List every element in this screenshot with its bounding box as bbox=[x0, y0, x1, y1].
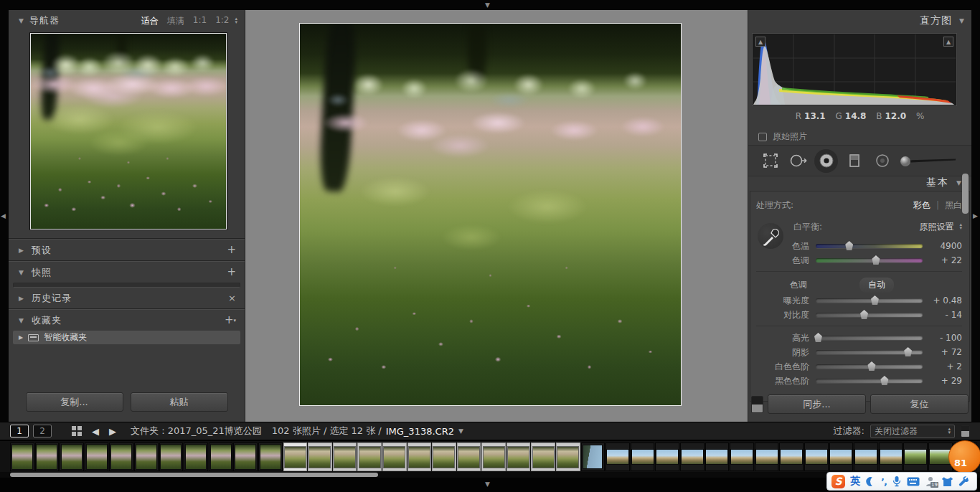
sync-mode-toggle[interactable] bbox=[751, 396, 763, 413]
paste-button[interactable]: 粘贴 bbox=[131, 392, 228, 412]
red-eye-tool-icon[interactable] bbox=[814, 149, 838, 173]
filmstrip-thumb[interactable] bbox=[705, 443, 730, 471]
filmstrip-thumb[interactable] bbox=[730, 443, 754, 471]
filmstrip-thumb[interactable] bbox=[507, 443, 531, 471]
navigator-preview[interactable] bbox=[30, 33, 227, 230]
treatment-color-option[interactable]: 彩色 bbox=[913, 199, 930, 212]
collapse-bottom-icon[interactable]: ▼ bbox=[485, 481, 490, 488]
navigator-zoom-option[interactable]: 1:2 bbox=[215, 15, 229, 27]
navigator-disclosure-icon[interactable]: ▼ bbox=[19, 17, 24, 24]
filmstrip-thumb[interactable] bbox=[481, 443, 506, 471]
navigator-zoom-option[interactable]: 适合 bbox=[141, 15, 159, 27]
filmstrip-thumb[interactable] bbox=[357, 443, 382, 471]
filmstrip-thumb[interactable] bbox=[779, 443, 804, 471]
treatment-bw-option[interactable]: 黑白 bbox=[945, 199, 962, 212]
slider-thumb[interactable] bbox=[880, 376, 889, 385]
filmstrip-thumb[interactable] bbox=[85, 443, 109, 471]
collections-disclosure-icon[interactable]: ▼ bbox=[19, 317, 25, 324]
filmstrip-thumb[interactable] bbox=[829, 443, 854, 471]
top-panel-collapse-strip[interactable] bbox=[0, 0, 980, 10]
section-snapshots[interactable]: ▼ 快照 + bbox=[9, 262, 245, 283]
reset-button[interactable]: 复位 bbox=[870, 394, 969, 414]
slider-thumb[interactable] bbox=[814, 333, 823, 342]
copy-button[interactable]: 复制... bbox=[26, 392, 123, 412]
adjustment-brush-tool-icon[interactable] bbox=[898, 149, 960, 173]
auto-tone-button[interactable]: 自动 bbox=[859, 278, 894, 293]
filmstrip-thumb[interactable] bbox=[308, 443, 332, 471]
presets-add-icon[interactable]: + bbox=[227, 245, 236, 255]
filmstrip-thumb[interactable] bbox=[209, 443, 233, 471]
section-collections[interactable]: ▼ 收藏夹 +▾ bbox=[9, 310, 245, 331]
slider-thumb[interactable] bbox=[871, 255, 880, 265]
chinese-english-toggle-icon[interactable]: 英 bbox=[850, 475, 860, 488]
shadow-clipping-icon[interactable]: ▲ bbox=[755, 37, 765, 47]
sync-button[interactable]: 同步... bbox=[768, 394, 866, 414]
filmstrip-thumb[interactable] bbox=[606, 443, 630, 471]
filmstrip-thumb[interactable] bbox=[109, 443, 133, 471]
graduated-filter-tool-icon[interactable] bbox=[842, 149, 866, 173]
filmstrip-thumb[interactable] bbox=[755, 443, 779, 471]
notification-badge[interactable]: 81 bbox=[948, 440, 980, 473]
histogram-disclosure-icon[interactable]: ▼ bbox=[959, 17, 964, 24]
grid-view-icon[interactable] bbox=[72, 426, 82, 436]
settings-wrench-icon[interactable] bbox=[958, 476, 969, 487]
smart-collection-row[interactable]: ▶ 智能收藏夹 bbox=[13, 331, 240, 344]
collapse-right-icon[interactable]: ▶ bbox=[973, 212, 978, 219]
filmstrip-thumb[interactable] bbox=[60, 443, 84, 471]
previous-photo-icon[interactable]: ◀ bbox=[92, 426, 99, 437]
presets-disclosure-icon[interactable]: ▶ bbox=[19, 247, 25, 254]
filmstrip-thumb[interactable] bbox=[879, 443, 903, 471]
filename-caret-icon[interactable]: ▼ bbox=[458, 427, 463, 435]
filmstrip-thumb[interactable] bbox=[258, 443, 283, 471]
white-balance-eyedropper[interactable] bbox=[758, 223, 783, 249]
basic-disclosure-icon[interactable]: ▼ bbox=[956, 179, 961, 186]
radial-filter-tool-icon[interactable] bbox=[870, 149, 894, 173]
smart-collection-disclosure-icon[interactable]: ▶ bbox=[19, 334, 23, 341]
right-panel-collapse-strip[interactable]: ▶ bbox=[971, 10, 980, 422]
history-clear-icon[interactable]: × bbox=[228, 293, 236, 303]
folder-breadcrumb[interactable]: 文件夹 : 2017_05_21博览公园 bbox=[131, 425, 262, 437]
skin-shirt-icon[interactable] bbox=[941, 476, 953, 487]
slider-track[interactable] bbox=[816, 364, 923, 369]
next-photo-icon[interactable]: ▶ bbox=[109, 426, 116, 437]
slider-thumb[interactable] bbox=[867, 361, 876, 371]
main-photo[interactable] bbox=[299, 23, 682, 406]
spot-removal-tool-icon[interactable] bbox=[786, 149, 810, 173]
navigator-zoom-option[interactable]: 1:1 bbox=[193, 15, 207, 27]
filmstrip-scrollbar-thumb[interactable] bbox=[10, 473, 378, 477]
zoom-stepper-icon[interactable]: ▴▾ bbox=[235, 17, 237, 24]
filter-toggle[interactable] bbox=[961, 425, 970, 437]
filmstrip-thumb[interactable] bbox=[804, 443, 829, 471]
original-photo-row[interactable]: 原始照片 bbox=[758, 131, 807, 143]
snapshots-disclosure-icon[interactable]: ▼ bbox=[19, 269, 25, 276]
filmstrip-thumb[interactable] bbox=[531, 443, 555, 471]
right-panel-scrollbar[interactable] bbox=[962, 174, 969, 214]
crop-tool-icon[interactable] bbox=[758, 149, 782, 173]
filmstrip-thumb[interactable] bbox=[556, 443, 580, 471]
filmstrip-thumb[interactable] bbox=[10, 443, 34, 471]
microphone-icon[interactable] bbox=[892, 476, 902, 487]
slider-thumb[interactable] bbox=[859, 310, 869, 319]
white-balance-preset[interactable]: 原照设置 ▴▾ bbox=[919, 221, 962, 233]
slider-track[interactable] bbox=[816, 379, 923, 383]
left-panel-collapse-strip[interactable]: ◀ bbox=[0, 10, 9, 422]
basic-panel-header[interactable]: 基本 ▼ bbox=[926, 176, 961, 189]
collections-add-icon[interactable]: +▾ bbox=[225, 315, 236, 326]
filmstrip-thumb[interactable] bbox=[680, 443, 705, 471]
filmstrip-thumb[interactable] bbox=[233, 443, 258, 471]
filmstrip-thumb[interactable] bbox=[283, 443, 308, 471]
current-filename[interactable]: IMG_3138.CR2 bbox=[386, 426, 454, 437]
white-balance-stepper-icon[interactable]: ▴▾ bbox=[959, 223, 962, 230]
filmstrip-thumb[interactable] bbox=[457, 443, 481, 471]
filmstrip-thumb[interactable] bbox=[407, 443, 432, 471]
filmstrip-thumb[interactable] bbox=[35, 443, 60, 471]
original-photo-checkbox[interactable] bbox=[758, 133, 767, 141]
filmstrip-thumb[interactable] bbox=[159, 443, 184, 471]
filmstrip-thumb[interactable] bbox=[134, 443, 159, 471]
filmstrip-thumb[interactable] bbox=[854, 443, 878, 471]
filmstrip[interactable] bbox=[0, 441, 980, 472]
filmstrip-thumb[interactable] bbox=[184, 443, 208, 471]
fullwidth-moon-icon[interactable] bbox=[865, 476, 876, 487]
filmstrip-thumb[interactable] bbox=[432, 443, 456, 471]
collapse-left-icon[interactable]: ◀ bbox=[1, 212, 6, 219]
